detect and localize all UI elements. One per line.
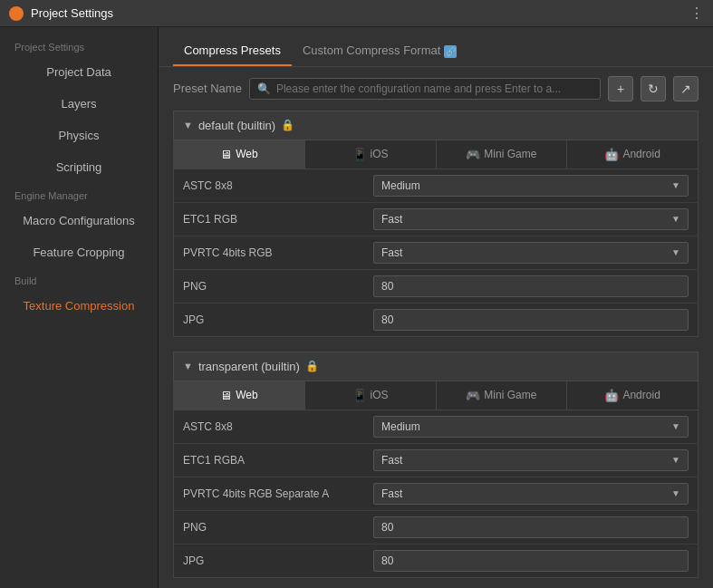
lock-icon: 🔒 [281, 119, 294, 131]
preset-header-default[interactable]: ▼ default (builtin) 🔒 [173, 111, 699, 140]
platform-tab-web-transparent[interactable]: 🖥Web [174, 381, 305, 410]
compress-row: ASTC 8x8Medium▼ [174, 169, 698, 203]
mini-game-platform-icon: 🎮 [466, 389, 480, 402]
web-platform-label: Web [236, 148, 257, 160]
chevron-down-icon: ▼ [671, 488, 680, 498]
compress-select-value: Medium [381, 420, 420, 433]
compress-row: PNG80 [174, 270, 698, 304]
sidebar: Project SettingsProject DataLayersPhysic… [0, 27, 159, 588]
search-input[interactable] [276, 82, 593, 95]
compress-row-label: PNG [183, 280, 364, 293]
chevron-down-icon: ▼ [671, 180, 680, 190]
arrow-icon: ▼ [183, 120, 193, 130]
tab-compress-presets[interactable]: Compress Presets [173, 36, 292, 66]
compress-row: PNG80 [174, 511, 698, 545]
platform-tab-mini-game-default[interactable]: 🎮Mini Game [437, 140, 568, 169]
sidebar-item-texture-compression[interactable]: Texture Compression [0, 290, 158, 322]
sidebar-section-label: Engine Manager [0, 183, 158, 205]
compress-select[interactable]: Fast▼ [373, 483, 689, 505]
compress-select[interactable]: Medium▼ [373, 175, 689, 197]
compress-row: JPG80 [174, 545, 698, 577]
compress-table-default: ASTC 8x8Medium▼ETC1 RGBFast▼PVRTC 4bits … [173, 169, 699, 337]
sidebar-item-layers[interactable]: Layers [0, 88, 158, 120]
chevron-down-icon: ▼ [671, 421, 680, 431]
search-input-wrap: 🔍 [249, 78, 601, 100]
ios-platform-label: iOS [371, 389, 389, 401]
arrow-icon: ▼ [183, 361, 193, 371]
android-platform-label: Android [622, 148, 660, 160]
web-platform-icon: 🖥 [220, 148, 232, 161]
sidebar-item-physics[interactable]: Physics [0, 120, 158, 151]
compress-row-label: ETC1 RGBA [183, 454, 364, 467]
refresh-button[interactable]: ↻ [641, 76, 666, 101]
compress-row-label: ASTC 8x8 [183, 420, 364, 433]
search-icon: 🔍 [257, 82, 271, 95]
platform-tab-mini-game-transparent[interactable]: 🎮Mini Game [437, 381, 568, 410]
main-layout: Project SettingsProject DataLayersPhysic… [0, 27, 713, 588]
chevron-down-icon: ▼ [671, 455, 680, 465]
compress-select[interactable]: Fast▼ [373, 242, 689, 264]
compress-select-value: Fast [381, 454, 402, 467]
content-area: Compress PresetsCustom Compress Format🔗 … [159, 27, 713, 588]
mini-game-platform-label: Mini Game [484, 148, 536, 160]
sidebar-item-macro-configurations[interactable]: Macro Configurations [0, 205, 158, 236]
export-button[interactable]: ↗ [673, 76, 699, 101]
compress-select[interactable]: Fast▼ [373, 208, 689, 230]
compress-select-value: Medium [381, 179, 420, 192]
mini-game-platform-label: Mini Game [484, 389, 536, 401]
compress-value-field[interactable]: 80 [373, 275, 689, 297]
compress-select-value: Fast [381, 487, 402, 500]
window-title: Project Settings [31, 6, 689, 20]
ios-platform-icon: 📱 [352, 148, 367, 161]
sidebar-item-scripting[interactable]: Scripting [0, 151, 158, 183]
compress-row: ASTC 8x8Medium▼ [174, 410, 698, 444]
android-platform-icon: 🤖 [604, 148, 619, 161]
compress-select-value: Fast [381, 213, 402, 226]
compress-select[interactable]: Fast▼ [373, 449, 689, 471]
mini-game-platform-icon: 🎮 [466, 148, 480, 161]
compress-select[interactable]: Medium▼ [373, 416, 689, 438]
lock-icon: 🔒 [305, 360, 319, 372]
sidebar-item-project-data[interactable]: Project Data [0, 56, 158, 88]
compress-select-value: Fast [381, 246, 402, 259]
scroll-content: ▼ default (builtin) 🔒 🖥Web📱iOS🎮Mini Game… [159, 111, 713, 588]
compress-value-field[interactable]: 80 [373, 309, 689, 331]
compress-value-field[interactable]: 80 [373, 550, 689, 572]
title-bar: Project Settings ⋮ [0, 0, 713, 27]
platform-tabs-transparent: 🖥Web📱iOS🎮Mini Game🤖Android [173, 381, 699, 410]
platform-tab-android-default[interactable]: 🤖Android [567, 140, 698, 169]
sidebar-section-label: Project Settings [0, 34, 158, 56]
tab-link-icon: 🔗 [444, 45, 457, 58]
ios-platform-icon: 📱 [352, 389, 367, 402]
android-platform-icon: 🤖 [604, 389, 619, 402]
preset-section-transparent: ▼ transparent (builtin) 🔒 🖥Web📱iOS🎮Mini … [173, 352, 699, 578]
compress-row-label: JPG [183, 313, 364, 326]
compress-row: PVRTC 4bits RGB Separate AFast▼ [174, 477, 698, 511]
menu-icon[interactable]: ⋮ [689, 5, 704, 22]
platform-tabs-default: 🖥Web📱iOS🎮Mini Game🤖Android [173, 140, 699, 169]
chevron-down-icon: ▼ [671, 214, 680, 224]
app-icon [9, 6, 24, 21]
compress-row-label: JPG [183, 554, 364, 567]
compress-row: ETC1 RGBAFast▼ [174, 444, 698, 477]
platform-tab-web-default[interactable]: 🖥Web [174, 140, 305, 169]
chevron-down-icon: ▼ [671, 247, 680, 257]
compress-row: ETC1 RGBFast▼ [174, 203, 698, 236]
compress-row: PVRTC 4bits RGBFast▼ [174, 236, 698, 270]
add-preset-button[interactable]: + [608, 76, 633, 101]
search-bar: Preset Name 🔍 + ↻ ↗ [159, 67, 713, 111]
web-platform-icon: 🖥 [220, 389, 232, 402]
tabs-bar: Compress PresetsCustom Compress Format🔗 [159, 27, 713, 67]
ios-platform-label: iOS [371, 148, 389, 160]
platform-tab-ios-default[interactable]: 📱iOS [305, 140, 437, 169]
sidebar-item-feature-cropping[interactable]: Feature Cropping [0, 236, 158, 268]
compress-value-field[interactable]: 80 [373, 516, 689, 538]
sidebar-section-label: Build [0, 268, 158, 290]
tab-custom-compress-format[interactable]: Custom Compress Format🔗 [292, 36, 467, 67]
platform-tab-ios-transparent[interactable]: 📱iOS [305, 381, 437, 410]
compress-table-transparent: ASTC 8x8Medium▼ETC1 RGBAFast▼PVRTC 4bits… [173, 410, 699, 578]
preset-title-default: default (builtin) [198, 119, 275, 132]
platform-tab-android-transparent[interactable]: 🤖Android [567, 381, 698, 410]
preset-header-transparent[interactable]: ▼ transparent (builtin) 🔒 [173, 352, 699, 381]
preset-section-default: ▼ default (builtin) 🔒 🖥Web📱iOS🎮Mini Game… [173, 111, 699, 337]
